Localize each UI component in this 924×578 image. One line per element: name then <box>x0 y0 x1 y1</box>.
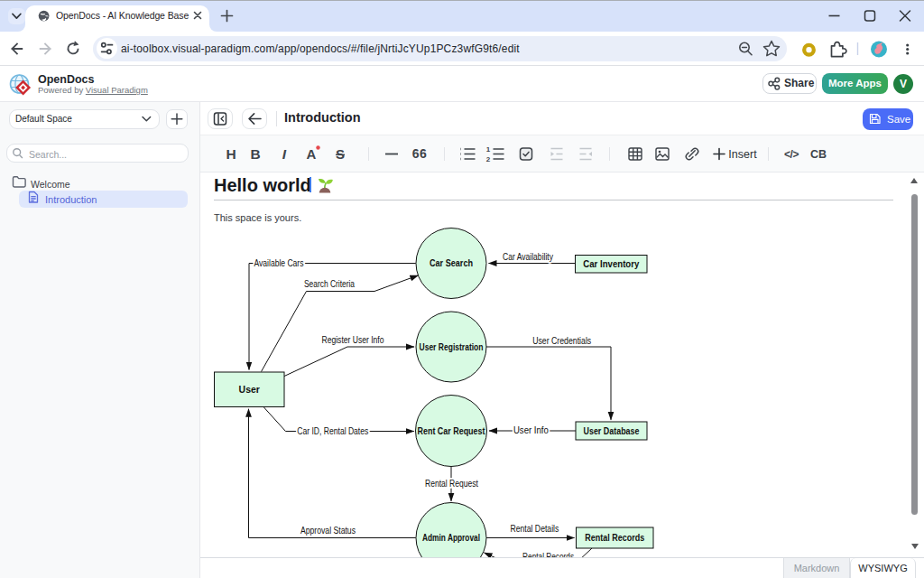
svg-text:S: S <box>336 146 345 162</box>
svg-text:User Database: User Database <box>584 425 640 436</box>
svg-text:User: User <box>239 384 260 395</box>
svg-text:A: A <box>307 146 317 162</box>
svg-text:Rental Records: Rental Records <box>585 532 644 543</box>
svg-text:2: 2 <box>486 155 491 163</box>
svg-text:User Info: User Info <box>513 425 549 435</box>
svg-text:</>: </> <box>784 148 799 161</box>
svg-text:H: H <box>226 146 236 162</box>
svg-text:CB: CB <box>810 148 827 161</box>
svg-text:Register User Info: Register User Info <box>322 335 384 345</box>
svg-text:1: 1 <box>486 145 491 154</box>
svg-text:I: I <box>282 146 287 162</box>
svg-text:B: B <box>250 146 260 162</box>
svg-text:Insert: Insert <box>728 148 757 161</box>
svg-text:Car Inventory: Car Inventory <box>583 258 639 269</box>
svg-text:Car Availability: Car Availability <box>503 252 553 262</box>
svg-text:Rental Details: Rental Details <box>510 524 559 534</box>
svg-text:66: 66 <box>412 146 428 161</box>
svg-text:Admin Approval: Admin Approval <box>422 532 480 543</box>
svg-text:Available Cars: Available Cars <box>254 258 304 268</box>
svg-text:Search Criteria: Search Criteria <box>304 279 355 289</box>
svg-text:Approval Status: Approval Status <box>300 526 356 536</box>
svg-text:Rent Car Request: Rent Car Request <box>418 425 485 436</box>
svg-text:User Registration: User Registration <box>420 341 484 352</box>
svg-text:User Credentials: User Credentials <box>532 336 591 346</box>
svg-text:Car ID, Rental Dates: Car ID, Rental Dates <box>297 426 368 436</box>
svg-text:Car Search: Car Search <box>430 257 473 268</box>
svg-text:Rental Request: Rental Request <box>425 479 478 489</box>
